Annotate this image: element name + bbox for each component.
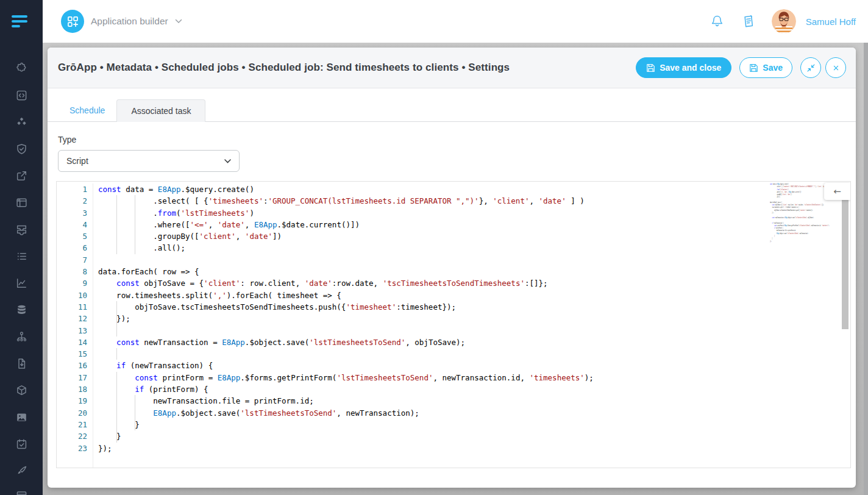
close-button[interactable] [825,57,846,78]
sidebar-nav [0,62,43,495]
image-icon[interactable] [15,411,28,424]
scheduled-job-settings-modal: GrōApp • Metadata • Scheduled jobs • Sch… [48,48,856,488]
database-icon[interactable] [15,304,28,316]
cubes-icon[interactable] [15,116,28,129]
modal-backdrop: GrōApp • Metadata • Scheduled jobs • Sch… [43,43,868,495]
menu-hamburger-icon[interactable] [12,15,31,30]
panel-icon[interactable] [15,491,28,495]
external-link-icon[interactable] [15,169,28,182]
chevron-down-icon [175,19,182,24]
journal-icon[interactable] [741,13,756,29]
collapse-button[interactable] [800,57,821,78]
sidebar [0,0,43,495]
app-title: Application builder [91,16,168,27]
save-button[interactable]: Save [739,57,792,78]
chart-line-icon[interactable] [15,277,28,290]
code-square-icon[interactable] [15,89,28,102]
floppy-icon [646,63,655,73]
collapse-arrows-icon [806,63,816,73]
header-actions: Samuel Hoff [710,9,856,34]
browser-window-icon[interactable] [15,196,28,209]
type-select[interactable]: Script [58,150,240,172]
page-scrollbar-track [864,43,868,495]
line-numbers: 1234567891011121314151617181920212223 [57,183,93,468]
editor-scrollbar-track [842,182,850,468]
tab-bar: Schedule Associated task [48,99,856,122]
top-header: Application builder Samuel Hoff [43,0,868,43]
inbox-stack-icon[interactable] [15,223,28,236]
user-avatar[interactable] [772,9,796,34]
sitemap-icon[interactable] [15,330,28,343]
user-name[interactable]: Samuel Hoff [806,16,856,27]
paintbrush-icon[interactable] [15,465,28,477]
floppy-icon [749,63,758,73]
breadcrumb-title: GrōApp • Metadata • Scheduled jobs • Sch… [58,62,510,74]
file-download-icon[interactable] [15,357,28,370]
editor-scrollbar-thumb[interactable] [842,199,848,329]
code-lines[interactable]: const data = E8App.$query.create() .sele… [98,183,842,468]
chevron-down-icon [224,159,231,163]
list-icon[interactable] [15,250,28,263]
tab-associated-task[interactable]: Associated task [116,99,205,122]
close-x-icon [831,63,841,73]
type-select-value: Script [66,156,88,166]
type-label: Type [58,135,845,144]
modal-header: GrōApp • Metadata • Scheduled jobs • Sch… [48,48,856,88]
modal-actions: Save and close Save [636,57,846,78]
app-switcher[interactable]: Application builder [61,10,182,33]
collapse-panel-button[interactable]: ← [824,183,850,200]
puzzle-icon[interactable] [15,62,28,75]
app-builder-logo-icon [61,10,84,33]
notifications-bell-icon[interactable] [710,13,725,29]
cube-icon[interactable] [15,384,28,397]
tab-schedule[interactable]: Schedule [58,99,116,121]
code-editor[interactable]: 1234567891011121314151617181920212223 co… [56,181,851,468]
shield-check-icon[interactable] [15,143,28,155]
calendar-check-icon[interactable] [15,438,28,450]
save-and-close-button[interactable]: Save and close [636,57,731,78]
